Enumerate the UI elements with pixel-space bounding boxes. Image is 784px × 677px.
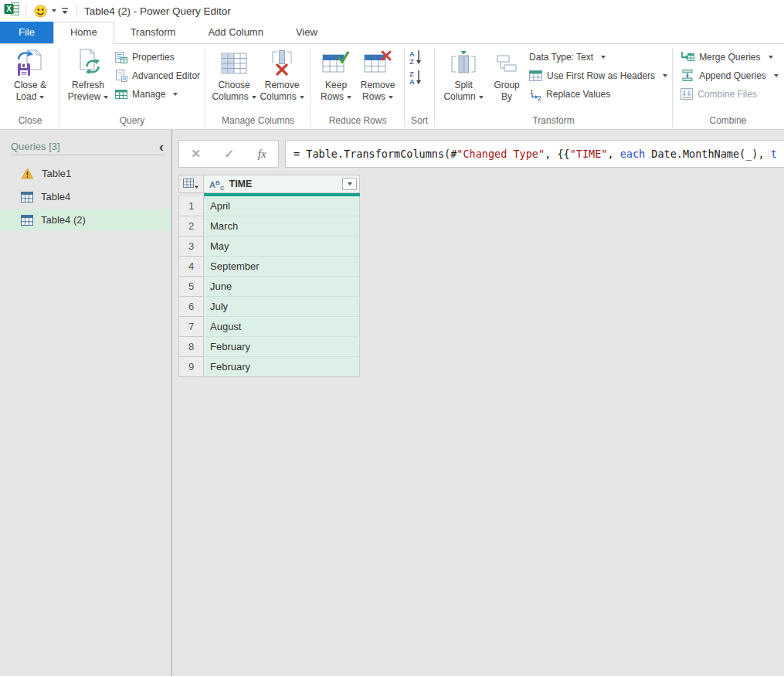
tab-file[interactable]: File <box>0 22 53 43</box>
table-cell[interactable]: June <box>204 277 360 297</box>
use-first-row-as-headers-button[interactable]: Use First Row as Headers <box>529 69 667 82</box>
query-item-table4-2-selected[interactable]: Table4 (2) <box>0 209 171 231</box>
commit-formula-icon[interactable]: ✓ <box>225 147 235 161</box>
row-number[interactable]: 9 <box>178 357 204 377</box>
select-all-corner-button[interactable] <box>178 175 204 193</box>
advanced-editor-button[interactable]: Advanced Editor <box>115 69 200 82</box>
data-preview-grid: ABC TIME 1 April 2 March 3 May 4 Septemb… <box>178 175 360 377</box>
queries-pane-title: Queries [3] <box>11 141 159 152</box>
split-column-button[interactable]: Split Column <box>440 46 487 114</box>
tab-home[interactable]: Home <box>53 22 114 44</box>
titlebar-separator <box>76 5 77 17</box>
merge-queries-icon <box>680 51 694 63</box>
ribbon-group-reduce-rows: Keep Rows Remove Rows Redu <box>311 46 404 129</box>
feedback-smiley-button[interactable] <box>32 3 59 19</box>
group-label-close: Close <box>6 114 54 129</box>
dropdown-caret <box>52 9 56 12</box>
query-item-table4[interactable]: Table4 <box>0 185 171 208</box>
formula-bar: ✕ ✓ fx = Table.TransformColumns(#"Change… <box>178 140 784 168</box>
combine-files-label: Combine Files <box>697 89 757 100</box>
dropdown-caret <box>479 96 484 99</box>
sort-descending-button[interactable]: Z A <box>409 70 422 86</box>
row-number[interactable]: 1 <box>178 196 204 216</box>
advanced-editor-label: Advanced Editor <box>132 70 200 81</box>
table-row: 8 February <box>178 337 360 357</box>
table-cell[interactable]: August <box>204 317 360 337</box>
sort-ascending-button[interactable]: A Z <box>409 49 422 66</box>
customize-quick-access-toolbar-button[interactable] <box>59 6 71 16</box>
button-label-line1: Choose <box>218 80 249 91</box>
append-queries-button[interactable]: Append Queries <box>680 69 779 82</box>
group-label-combine: Combine <box>677 114 779 129</box>
first-row-headers-icon <box>529 70 542 81</box>
data-type-button[interactable]: Data Type: Text <box>529 50 667 63</box>
query-item-table1[interactable]: Table1 <box>0 162 171 185</box>
row-number[interactable]: 3 <box>178 236 204 257</box>
group-label-query: Query <box>64 114 200 129</box>
close-and-load-button[interactable]: Close & Load <box>6 46 54 114</box>
properties-button[interactable]: Properties <box>115 50 200 63</box>
table-icon <box>21 215 33 226</box>
refresh-preview-button[interactable]: Refresh Preview <box>64 46 112 114</box>
properties-icon <box>115 51 127 63</box>
tab-add-column[interactable]: Add Column <box>192 22 280 43</box>
tab-transform[interactable]: Transform <box>114 22 192 43</box>
combine-files-button: Combine Files <box>680 87 779 100</box>
button-label-line1: Remove <box>361 80 395 91</box>
collapse-pane-chevron-icon[interactable]: ‹ <box>159 142 165 151</box>
svg-text:2: 2 <box>538 94 541 100</box>
query-item-label: Table4 (2) <box>41 214 86 226</box>
titlebar-separator <box>25 5 26 17</box>
button-label-line1: Split <box>454 80 472 91</box>
row-number[interactable]: 7 <box>178 317 204 337</box>
queries-pane: Queries [3] ‹ Table1 Table4 <box>0 130 171 676</box>
table-cell[interactable]: April <box>204 196 360 216</box>
keep-rows-button[interactable]: Keep Rows <box>316 46 356 114</box>
replace-values-button[interactable]: 1 2 Replace Values <box>529 87 667 100</box>
formula-input[interactable]: = Table.TransformColumns(#"Changed Type"… <box>285 140 784 168</box>
row-number[interactable]: 8 <box>178 337 204 357</box>
dropdown-caret <box>389 96 393 99</box>
ribbon-group-close: Close & Load Close <box>2 46 59 129</box>
warning-icon <box>21 168 34 179</box>
remove-columns-button[interactable]: Remove Columns <box>258 46 306 114</box>
dropdown-caret <box>252 96 256 99</box>
table-row: 5 June <box>178 277 360 297</box>
formula-token: Date.MonthName(_), <box>645 148 771 160</box>
excel-app-icon: X <box>4 2 20 20</box>
column-header-time[interactable]: ABC TIME <box>204 175 360 193</box>
row-number[interactable]: 2 <box>178 216 204 236</box>
group-by-button[interactable]: Group By <box>487 46 526 114</box>
table-cell[interactable]: February <box>204 357 360 377</box>
table-cell[interactable]: September <box>204 257 360 277</box>
button-label-line1: Keep <box>325 80 347 91</box>
ribbon-tab-row: File Home Transform Add Column View <box>0 22 784 44</box>
ribbon: Close & Load Close <box>0 44 784 130</box>
query-item-label: Table4 <box>41 191 70 202</box>
remove-columns-icon <box>267 47 297 80</box>
merge-queries-button[interactable]: Merge Queries <box>680 50 779 63</box>
window-title: Table4 (2) - Power Query Editor <box>84 5 231 17</box>
column-filter-button[interactable] <box>342 178 357 190</box>
row-number[interactable]: 4 <box>178 257 204 277</box>
dropdown-caret <box>173 93 178 96</box>
query-item-label: Table1 <box>42 168 71 179</box>
row-number[interactable]: 5 <box>178 277 204 297</box>
table-row: 9 February <box>178 357 360 377</box>
button-label-line2: Preview <box>68 91 109 103</box>
table-cell[interactable]: May <box>204 236 360 257</box>
remove-rows-button[interactable]: Remove Rows <box>356 46 399 114</box>
ribbon-group-query: Refresh Preview Properties <box>59 46 205 129</box>
cancel-formula-icon[interactable]: ✕ <box>191 147 201 161</box>
row-number[interactable]: 6 <box>178 297 204 317</box>
properties-label: Properties <box>132 52 175 63</box>
table-cell[interactable]: February <box>204 337 360 357</box>
manage-button[interactable]: Manage <box>115 87 200 100</box>
table-cell[interactable]: March <box>204 216 360 236</box>
choose-columns-button[interactable]: Choose Columns <box>210 46 258 114</box>
formula-bar-controls: ✕ ✓ fx <box>178 140 279 168</box>
append-queries-label: Append Queries <box>699 70 766 81</box>
tab-view[interactable]: View <box>280 22 334 43</box>
table-cell[interactable]: July <box>204 297 360 317</box>
data-type-label: Data Type: Text <box>529 52 593 63</box>
